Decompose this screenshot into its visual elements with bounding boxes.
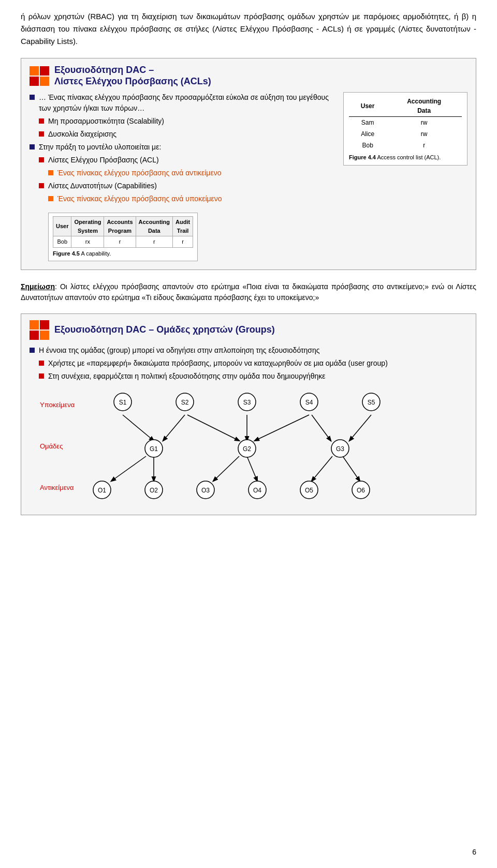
acl-cell-bob-user: Bob: [349, 140, 386, 151]
sub-bullets-1: Μη προσαρμοστικότητα (Scalability) Δυσκο…: [30, 116, 333, 140]
s2-sub-item-1: Χρήστες με «παρεμφερή» δικαιώματα πρόσβα…: [39, 358, 467, 369]
sub-sub-bullet-1: Ένας πίνακας ελέγχου πρόσβασης ανά αντικ…: [48, 168, 333, 178]
line-g2-o4: [247, 456, 257, 481]
bullet-square-1: [30, 95, 35, 100]
svg-rect-0: [30, 66, 39, 76]
svg-rect-1: [40, 66, 49, 76]
bullet-item-2: Στην πράξη το μοντέλο υλοποιείται με:: [30, 142, 333, 153]
acl-cell-sam-data: rw: [386, 117, 462, 129]
sub-bullet-item-4: Λίστες Δυνατοτήτων (Capabilities): [39, 181, 333, 191]
capability-table: User OperatingSystem AccountsProgram Acc…: [53, 216, 193, 248]
sub-sub-bullet-2: Ένας πίνακας ελέγχου πρόσβασης ανά υποκε…: [48, 193, 333, 204]
line-s2-g2: [187, 415, 239, 441]
label-g2: G2: [243, 445, 251, 453]
bullet-square-2: [30, 144, 35, 149]
label-o4: O4: [253, 487, 261, 494]
section2-box: Εξουσιοδότηση DAC – Ομάδες χρηστών (Grou…: [21, 313, 476, 515]
svg-rect-5: [40, 320, 49, 330]
sub-bullet-list-1: Μη προσαρμοστικότητα (Scalability) Δυσκο…: [39, 116, 333, 140]
line-g1-o1: [111, 456, 146, 481]
note-paragraph: Σημείωση: Οι λίστες ελέγχου πρόσβασης απ…: [21, 281, 476, 303]
objects-label: Αντικείμενα: [40, 484, 74, 491]
sub-bullet-list-2: Λίστες Ελέγχου Πρόσβασης (ACL) Ένας πίνα…: [39, 155, 333, 204]
acl-cell-alice-data: rw: [386, 128, 462, 140]
acl-th-accounting: AccountingData: [386, 96, 462, 117]
acl-table-container: User AccountingData Sam rw Alice rw: [343, 92, 467, 166]
groups-label: Ομάδες: [40, 442, 63, 450]
sub-bullet-sq-2: [39, 131, 44, 137]
cap-cell-os: rx: [71, 236, 104, 248]
sub-sub-list-2: Ένας πίνακας ελέγχου πρόσβασης ανά υποκε…: [48, 193, 333, 204]
label-g1: G1: [150, 445, 158, 453]
subjects-label: Υποκείμενα: [40, 401, 75, 409]
svg-rect-4: [30, 320, 39, 330]
section1-right: User AccountingData Sam rw Alice rw: [343, 92, 467, 166]
s2-sub-sq-2: [39, 373, 44, 379]
line-s4-g2: [255, 415, 309, 441]
label-s1: S1: [119, 399, 127, 406]
acl-row-bob: Bob r: [349, 140, 462, 151]
s2-bullet-sq-1: [30, 348, 35, 353]
sub-bullet-text-4: Λίστες Δυνατοτήτων (Capabilities): [48, 181, 157, 191]
cap-cell-user: Bob: [53, 236, 71, 248]
s2-sub-text-2: Στη συνέχεια, εφαρμόζεται η πολιτική εξο…: [48, 371, 325, 382]
capability-table-container: User OperatingSystem AccountsProgram Acc…: [48, 213, 198, 261]
section2-bullet-list: Η έννοια της ομάδας (group) μπορεί να οδ…: [30, 345, 467, 382]
cap-th-audit: AuditTrail: [173, 217, 193, 236]
intro-paragraph: ή ρόλων χρηστών (RBAC) για τη διαχείριση…: [21, 10, 476, 48]
sub-bullet-sq-1: [39, 118, 44, 124]
sub-sub-sq-1: [48, 170, 53, 175]
label-s4: S4: [305, 399, 313, 406]
sub-bullet-sq-3: [39, 157, 44, 162]
cap-th-accounts: AccountsProgram: [104, 217, 136, 236]
line-s2-g1: [163, 415, 185, 441]
line-s5-g3: [349, 415, 371, 441]
svg-rect-7: [40, 331, 49, 340]
cap-row-bob: Bob rx r r r: [53, 236, 193, 248]
label-o6: O6: [357, 487, 365, 494]
section1-left: … Ένας πίνακας ελέγχου πρόσβασης δεν προ…: [30, 92, 333, 261]
section1-title: Εξουσιοδότηση DAC – Λίστες Ελέγχου Πρόσβ…: [54, 65, 211, 87]
acl-table: User AccountingData Sam rw Alice rw: [349, 96, 462, 151]
cap-th-accounting: AccountingData: [136, 217, 173, 236]
bullet-text-2: Στην πράξη το μοντέλο υλοποιείται με:: [39, 142, 161, 153]
svg-rect-2: [30, 77, 39, 86]
s2-sub-bullets: Χρήστες με «παρεμφερή» δικαιώματα πρόσβα…: [30, 358, 467, 382]
sub-sub-text-2: Ένας πίνακας ελέγχου πρόσβασης ανά υποκε…: [57, 193, 222, 204]
sub-sub-text-1: Ένας πίνακας ελέγχου πρόσβασης ανά αντικ…: [57, 168, 221, 178]
line-g3-o6: [343, 456, 360, 481]
sub-bullet-text-2: Δυσκολία διαχείρισης: [48, 129, 116, 140]
section1-icon: [30, 66, 49, 86]
sub-bullet-text-3: Λίστες Ελέγχου Πρόσβασης (ACL): [48, 155, 159, 166]
sub-bullet-text-1: Μη προσαρμοστικότητα (Scalability): [48, 116, 164, 127]
cap-th-os: OperatingSystem: [71, 217, 104, 236]
sub-sub-list-1: Ένας πίνακας ελέγχου πρόσβασης ανά αντικ…: [48, 168, 333, 178]
acl-th-user: User: [349, 96, 386, 117]
cap-cell-accounting: r: [136, 236, 173, 248]
sub-bullet-sq-4: [39, 183, 44, 188]
sub-sub-sq-2: [48, 196, 53, 201]
section1-content: … Ένας πίνακας ελέγχου πρόσβασης δεν προ…: [30, 92, 467, 261]
section2-title: Εξουσιοδότηση DAC – Ομάδες χρηστών (Grou…: [54, 324, 275, 336]
line-g3-o5: [312, 456, 332, 481]
acl-cell-sam-user: Sam: [349, 117, 386, 129]
sub-bullet-item-1: Μη προσαρμοστικότητα (Scalability): [39, 116, 333, 127]
sub-bullet-item-2: Δυσκολία διαχείρισης: [39, 129, 333, 140]
label-o5: O5: [305, 487, 313, 494]
label-g3: G3: [336, 445, 344, 453]
acl-row-alice: Alice rw: [349, 128, 462, 140]
bullet-item-1: … Ένας πίνακας ελέγχου πρόσβασης δεν προ…: [30, 92, 333, 114]
cap-th-user: User: [53, 217, 71, 236]
s2-bullet-text-1: Η έννοια της ομάδας (group) μπορεί να οδ…: [39, 345, 319, 356]
sub-bullet-item-3: Λίστες Ελέγχου Πρόσβασης (ACL): [39, 155, 333, 166]
label-s2: S2: [181, 399, 189, 406]
section2-icon: [30, 320, 49, 340]
note-label: Σημείωση: [21, 282, 55, 291]
s2-sub-list: Χρήστες με «παρεμφερή» δικαιώματα πρόσβα…: [39, 358, 467, 382]
cap-cell-audit: r: [173, 236, 193, 248]
label-s3: S3: [243, 399, 251, 406]
s2-sub-item-2: Στη συνέχεια, εφαρμόζεται η πολιτική εξο…: [39, 371, 467, 382]
groups-diagram: Υποκείμενα Ομάδες Αντικείμενα: [30, 389, 467, 506]
page-number: 6: [472, 847, 476, 858]
section2-header: Εξουσιοδότηση DAC – Ομάδες χρηστών (Grou…: [30, 320, 467, 340]
